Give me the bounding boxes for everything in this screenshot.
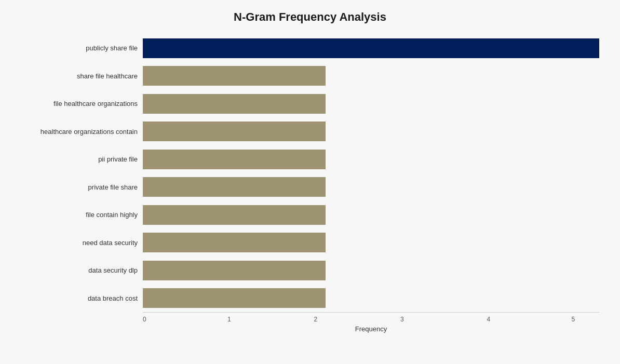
bar-label: pii private file [10, 155, 143, 163]
bar-label: publicly share file [10, 44, 143, 52]
bar-row: share file healthcare [10, 62, 599, 90]
bar-fill [143, 205, 326, 225]
bar-fill [143, 122, 326, 141]
bar-row: file healthcare organizations [10, 90, 599, 118]
bar-track [143, 94, 599, 114]
x-tick: 2 [314, 316, 318, 323]
x-axis: 012345 [143, 312, 599, 323]
bar-track [143, 205, 599, 225]
bar-fill [143, 66, 326, 86]
bar-row: data security dlp [10, 257, 599, 285]
bar-row: need data security [10, 229, 599, 257]
bar-track [143, 66, 599, 86]
x-axis-label: Frequency [143, 325, 599, 333]
bar-track [143, 233, 599, 252]
bar-fill [143, 94, 326, 114]
x-tick: 0 [143, 316, 146, 323]
bar-fill [143, 38, 599, 58]
bar-row: data breach cost [10, 285, 599, 313]
x-tick: 1 [227, 316, 231, 323]
bar-track [143, 150, 599, 169]
chart-container: N-Gram Frequency Analysis publicly share… [0, 0, 620, 364]
bar-track [143, 122, 599, 141]
bar-row: file contain highly [10, 201, 599, 229]
bar-fill [143, 233, 326, 252]
bar-label: healthcare organizations contain [10, 128, 143, 136]
x-tick: 5 [572, 316, 575, 323]
x-tick: 4 [487, 316, 490, 323]
bars-section: publicly share fileshare file healthcare… [10, 34, 599, 312]
bar-row: publicly share file [10, 34, 599, 62]
bar-label: need data security [10, 239, 143, 247]
bar-label: data security dlp [10, 266, 143, 274]
bar-fill [143, 261, 326, 280]
bar-row: healthcare organizations contain [10, 118, 599, 146]
bar-track [143, 288, 599, 308]
bar-label: file healthcare organizations [10, 100, 143, 107]
bar-fill [143, 150, 326, 169]
bar-track [143, 38, 599, 58]
chart-title: N-Gram Frequency Analysis [234, 10, 386, 24]
bar-label: data breach cost [10, 294, 143, 302]
chart-area: publicly share fileshare file healthcare… [0, 34, 620, 364]
bar-row: private file share [10, 173, 599, 201]
bar-label: private file share [10, 183, 143, 191]
x-tick: 3 [400, 316, 404, 323]
bar-fill [143, 288, 326, 308]
x-axis-ticks: 012345 [143, 316, 578, 323]
bar-row: pii private file [10, 145, 599, 173]
bar-label: share file healthcare [10, 72, 143, 80]
bar-label: file contain highly [10, 211, 143, 219]
bar-track [143, 177, 599, 197]
bar-fill [143, 177, 326, 197]
bar-track [143, 261, 599, 280]
